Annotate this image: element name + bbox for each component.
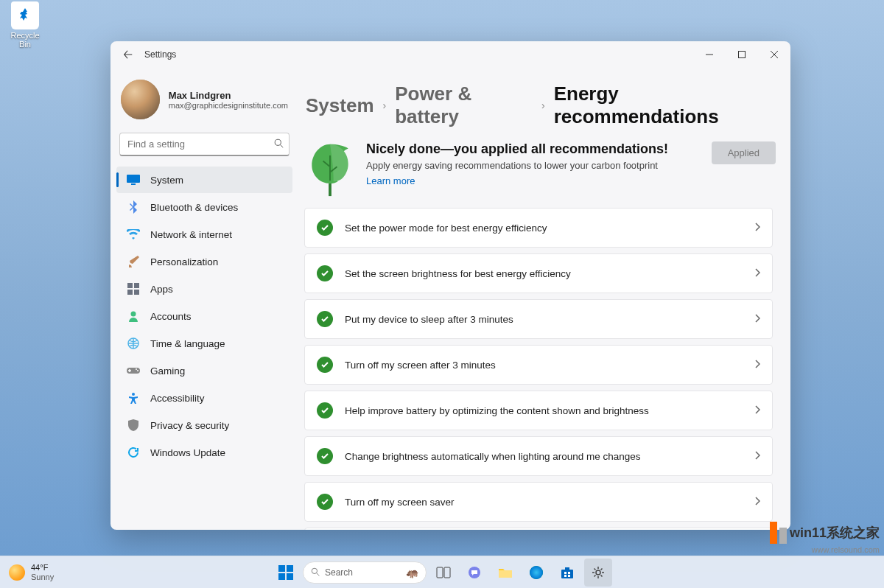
- apps-icon: [127, 282, 140, 295]
- recommendation-row[interactable]: Put my device to sleep after 3 minutes: [304, 299, 773, 339]
- bluetooth-icon: [127, 200, 140, 214]
- maximize-button[interactable]: [726, 43, 758, 66]
- sidebar-item-label: Network & internet: [150, 229, 232, 240]
- svg-line-3: [281, 145, 284, 148]
- chevron-right-icon: [754, 404, 760, 417]
- recommendations-list: Set the power mode for best energy effic…: [304, 208, 776, 530]
- svg-rect-6: [127, 283, 133, 288]
- weather-cond: Sunny: [31, 573, 54, 581]
- settings-taskbar-button[interactable]: [584, 559, 612, 587]
- recommendation-label: Change brightness automatically when lig…: [345, 451, 754, 462]
- svg-point-29: [596, 570, 600, 575]
- sidebar-item-accounts[interactable]: Accounts: [116, 303, 292, 329]
- sidebar-item-system[interactable]: System: [116, 167, 292, 193]
- nav: SystemBluetooth & devicesNetwork & inter…: [116, 167, 292, 466]
- gear-icon: [591, 565, 606, 580]
- search-icon: [274, 138, 284, 151]
- back-button[interactable]: [116, 43, 140, 66]
- titlebar: Settings: [110, 41, 790, 68]
- recycle-bin[interactable]: Recycle Bin: [6, 1, 44, 49]
- chevron-right-icon: [754, 449, 760, 463]
- chevron-right-icon: [754, 358, 760, 371]
- start-button[interactable]: [272, 559, 300, 587]
- minimize-button[interactable]: [693, 43, 726, 66]
- weather-temp: 44°F: [31, 563, 54, 572]
- svg-point-14: [137, 370, 138, 371]
- sidebar-item-label: Apps: [150, 284, 173, 295]
- edge-button[interactable]: [522, 559, 550, 587]
- banner-title: Nicely done—you applied all recommendati…: [366, 141, 698, 157]
- breadcrumb-current: Energy recommendations: [554, 83, 776, 128]
- search-box[interactable]: [119, 133, 290, 156]
- sidebar-item-time-language[interactable]: Time & language: [116, 330, 292, 357]
- maximize-icon: [738, 51, 746, 58]
- sidebar-item-accessibility[interactable]: Accessibility: [116, 385, 292, 411]
- check-icon: [317, 494, 333, 510]
- recommendation-label: Help improve battery by optimizing the c…: [345, 405, 754, 416]
- sidebar-item-bluetooth-devices[interactable]: Bluetooth & devices: [116, 194, 292, 220]
- svg-line-22: [317, 573, 320, 576]
- chevron-right-icon: ›: [383, 99, 387, 111]
- weather-widget[interactable]: 44°F Sunny: [9, 563, 54, 581]
- sidebar-item-network-internet[interactable]: Network & internet: [116, 221, 292, 248]
- learn-more-link[interactable]: Learn more: [366, 175, 415, 186]
- recommendation-row[interactable]: Turn off my screen saver: [304, 482, 773, 522]
- breadcrumb-system[interactable]: System: [306, 94, 374, 117]
- svg-point-13: [136, 368, 137, 370]
- chat-icon: [467, 565, 482, 580]
- svg-rect-5: [131, 183, 136, 185]
- check-icon: [317, 402, 333, 419]
- applied-button[interactable]: Applied: [712, 141, 776, 164]
- explorer-button[interactable]: [491, 559, 519, 587]
- check-icon: [317, 448, 333, 464]
- globe-clock-icon: [127, 337, 140, 350]
- chat-button[interactable]: [460, 559, 488, 587]
- banner-subtitle: Apply energy saving recommendations to l…: [366, 160, 698, 171]
- task-view-button[interactable]: [429, 559, 457, 587]
- svg-rect-24: [444, 567, 450, 578]
- search-input[interactable]: [119, 133, 290, 156]
- sidebar-item-label: Personalization: [150, 256, 218, 267]
- taskbar-search[interactable]: Search 🦛: [303, 561, 427, 584]
- svg-rect-17: [278, 565, 285, 572]
- close-button[interactable]: [758, 43, 790, 66]
- folder-icon: [498, 567, 513, 578]
- person-icon: [127, 309, 140, 323]
- sidebar-item-personalization[interactable]: Personalization: [116, 248, 292, 275]
- recommendation-row[interactable]: Change brightness automatically when lig…: [304, 436, 773, 476]
- update-icon: [127, 446, 140, 459]
- recycle-bin-label: Recycle Bin: [6, 31, 44, 49]
- breadcrumb-power[interactable]: Power & battery: [395, 83, 533, 128]
- shield-icon: [127, 419, 140, 432]
- taskbar-center: Search 🦛: [272, 559, 612, 587]
- back-arrow-icon: [123, 49, 133, 60]
- wifi-icon: [127, 228, 140, 241]
- store-button[interactable]: [553, 559, 581, 587]
- chevron-right-icon: [754, 495, 760, 508]
- recommendation-row[interactable]: Turn off my screen after 3 minutes: [304, 345, 773, 385]
- recommendation-row[interactable]: Help improve battery by optimizing the c…: [304, 391, 773, 430]
- recommendation-row[interactable]: Set the power mode for best energy effic…: [304, 208, 773, 248]
- profile[interactable]: Max Lindgren max@graphicdesigninstitute.…: [116, 74, 292, 133]
- chevron-right-icon: [754, 312, 760, 326]
- sidebar-item-windows-update[interactable]: Windows Update: [116, 439, 292, 466]
- chevron-right-icon: [754, 221, 760, 234]
- taskbar-search-placeholder: Search: [325, 567, 353, 578]
- sidebar-item-apps[interactable]: Apps: [116, 276, 292, 302]
- recommendation-label: Set the power mode for best energy effic…: [345, 223, 754, 234]
- svg-point-21: [312, 568, 317, 573]
- sidebar-item-privacy-security[interactable]: Privacy & security: [116, 412, 292, 438]
- svg-rect-23: [437, 567, 443, 578]
- main-content: System › Power & battery › Energy recomm…: [298, 68, 790, 530]
- watermark-text: win11系统之家: [790, 524, 880, 542]
- recycle-bin-icon: [11, 1, 39, 29]
- check-icon: [317, 311, 333, 327]
- settings-window: Settings Max Lindgren max@graphicdesigni…: [110, 41, 790, 530]
- recommendation-row[interactable]: Stop USB devices when my screen is off t…: [304, 528, 773, 530]
- sidebar-item-gaming[interactable]: Gaming: [116, 357, 292, 384]
- accessibility-icon: [127, 391, 140, 405]
- recommendation-row[interactable]: Set the screen brightness for best energ…: [304, 253, 773, 293]
- sidebar-item-label: System: [150, 175, 183, 186]
- display-icon: [127, 173, 140, 186]
- chevron-right-icon: ›: [541, 99, 545, 111]
